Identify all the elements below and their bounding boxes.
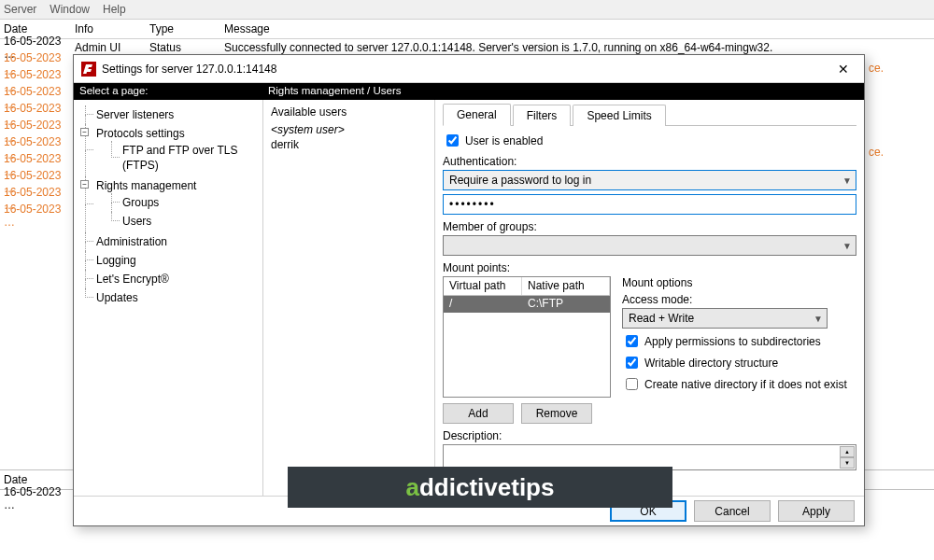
main-menubar: Server Window Help (0, 0, 934, 19)
log-msg-overflow: ce. (869, 146, 884, 159)
available-users-panel: Available users <system user> derrik (262, 100, 435, 496)
tab-filters[interactable]: Filters (513, 105, 572, 126)
chevron-down-icon: ▼ (814, 314, 823, 324)
menu-window[interactable]: Window (50, 3, 90, 16)
user-edit-panel: General Filters Speed Limits User is ena… (435, 100, 864, 496)
mount-points-table[interactable]: Virtual path Native path / C:\FTP (443, 276, 611, 398)
tree-rights-groups[interactable]: Groups (111, 193, 258, 212)
col-message[interactable]: Message (224, 22, 934, 35)
col-info[interactable]: Info (75, 22, 149, 35)
filezilla-icon (81, 62, 96, 77)
close-icon: ✕ (838, 62, 849, 77)
menu-help[interactable]: Help (103, 3, 126, 16)
col-date[interactable]: Date (0, 22, 75, 35)
tab-speed-limits[interactable]: Speed Limits (573, 105, 665, 126)
tree-updates[interactable]: Updates (85, 288, 258, 307)
remove-mount-button[interactable]: Remove (521, 403, 592, 424)
cancel-button[interactable]: Cancel (694, 500, 771, 522)
user-tabs: General Filters Speed Limits (443, 104, 856, 126)
create-native-dir-checkbox[interactable] (626, 378, 638, 390)
mount-row[interactable]: / C:\FTP (444, 296, 610, 313)
apply-subdir-permissions-checkbox[interactable] (626, 335, 638, 347)
tree-protocols[interactable]: − Protocols settings FTP and FTP over TL… (85, 124, 258, 176)
access-mode-value: Read + Write (629, 312, 694, 325)
dialog-titlebar[interactable]: Settings for server 127.0.0.1:14148 ✕ (74, 55, 864, 83)
spinner-down-icon[interactable]: ▼ (840, 457, 855, 469)
user-enabled-checkbox[interactable] (446, 134, 459, 147)
col-type[interactable]: Type (149, 22, 224, 35)
description-spinner[interactable]: ▲ ▼ (840, 446, 855, 469)
user-enabled-label: User is enabled (465, 134, 543, 147)
mount-row-native: C:\FTP (522, 296, 610, 313)
mount-row-virtual: / (444, 296, 522, 313)
chevron-down-icon: ▼ (842, 241, 852, 251)
log-header: Date Info Type Message (0, 19, 934, 39)
mount-table-header: Virtual path Native path (444, 277, 610, 296)
tree-rights[interactable]: − Rights management Groups Users (85, 176, 258, 232)
tree-collapse-icon[interactable]: − (80, 128, 89, 136)
spinner-up-icon[interactable]: ▲ (840, 446, 855, 457)
tree-logging[interactable]: Logging (85, 251, 258, 270)
tree-administration[interactable]: Administration (85, 232, 258, 251)
tree-server-listeners[interactable]: Server listeners (85, 105, 258, 124)
apply-button[interactable]: Apply (778, 500, 855, 522)
users-list[interactable]: <system user> derrik (271, 122, 427, 152)
mount-col-native[interactable]: Native path (522, 277, 610, 295)
add-mount-button[interactable]: Add (443, 403, 514, 424)
apply-subdir-permissions-label: Apply permissions to subdirectories (644, 335, 821, 348)
addictivetips-logo: addictivetips (288, 467, 672, 508)
password-input[interactable] (443, 194, 856, 215)
create-native-dir-label: Create native directory if it does not e… (644, 378, 847, 391)
col-date-lower[interactable]: Date (0, 473, 75, 486)
authentication-dropdown[interactable]: Require a password to log in ▼ (443, 170, 856, 190)
access-mode-label: Access mode: (622, 293, 856, 306)
tab-general[interactable]: General (443, 104, 511, 126)
available-users-label: Available users (271, 105, 427, 119)
user-item-derrik[interactable]: derrik (271, 137, 427, 152)
authentication-value: Require a password to log in (449, 174, 591, 187)
breadcrumb: Rights management / Users (262, 83, 864, 100)
dialog-title: Settings for server 127.0.0.1:14148 (102, 63, 830, 76)
tree-letsencrypt[interactable]: Let's Encrypt® (85, 270, 258, 288)
section-select-label: Select a page: (74, 83, 262, 100)
mount-options-label: Mount options (622, 276, 856, 289)
mount-col-virtual[interactable]: Virtual path (444, 277, 522, 295)
access-mode-dropdown[interactable]: Read + Write ▼ (622, 308, 828, 329)
lower-log-row[interactable]: 16-05-2023 … (0, 490, 75, 507)
mount-points-label: Mount points: (443, 261, 856, 274)
settings-dialog: Settings for server 127.0.0.1:14148 ✕ Se… (73, 54, 865, 526)
member-of-groups-label: Member of groups: (443, 220, 856, 233)
settings-nav-tree: Server listeners − Protocols settings FT… (74, 100, 262, 496)
user-item-system[interactable]: <system user> (271, 122, 427, 137)
member-of-groups-dropdown[interactable]: ▼ (443, 235, 856, 256)
menu-server[interactable]: Server (4, 3, 36, 16)
tree-protocols-ftps[interactable]: FTP and FTP over TLS (FTPS) (111, 141, 258, 175)
dialog-section-bar: Select a page: Rights management / Users (74, 83, 864, 100)
mount-options-panel: Mount options Access mode: Read + Write … (622, 276, 856, 398)
description-label: Description: (443, 429, 856, 442)
authentication-label: Authentication: (443, 155, 856, 168)
chevron-down-icon: ▼ (842, 175, 852, 186)
writable-structure-checkbox[interactable] (626, 357, 638, 369)
log-msg-overflow: ce. (869, 62, 884, 75)
tree-rights-users[interactable]: Users (111, 212, 258, 231)
tree-collapse-icon[interactable]: − (80, 180, 89, 189)
close-button[interactable]: ✕ (830, 59, 856, 79)
writable-structure-label: Writable directory structure (644, 357, 778, 370)
